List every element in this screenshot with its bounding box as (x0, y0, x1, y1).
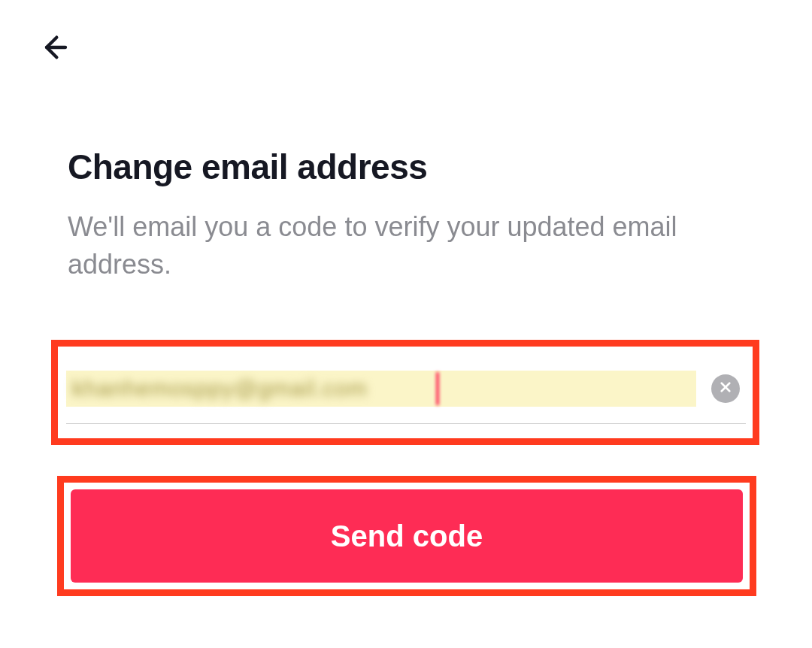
email-input-container: khanhemosppy@gmail.com (66, 353, 746, 424)
clear-input-button[interactable] (711, 374, 740, 403)
content-area: Change email address We'll email you a c… (0, 0, 812, 284)
email-redacted-value: khanhemosppy@gmail.com (66, 371, 696, 407)
send-code-label: Send code (331, 519, 483, 553)
back-arrow-icon (39, 32, 69, 65)
back-button[interactable] (36, 30, 72, 66)
close-icon (719, 380, 732, 396)
page-title: Change email address (68, 147, 744, 187)
email-field[interactable]: khanhemosppy@gmail.com (66, 367, 702, 410)
send-code-button[interactable]: Send code (71, 489, 743, 583)
page-subtitle: We'll email you a code to verify your up… (68, 208, 744, 284)
text-cursor (436, 372, 439, 405)
